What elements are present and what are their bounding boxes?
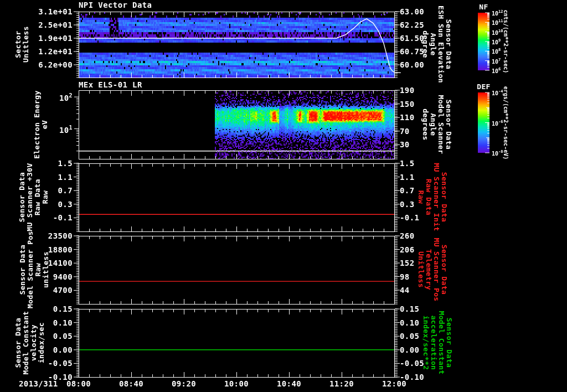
x-tick-label: 09:20	[172, 380, 196, 388]
tick-label: -0.05	[400, 359, 424, 367]
tick-label: 0.00	[53, 346, 73, 354]
tick-label: 1.1	[58, 173, 73, 181]
nf-colorbar-tick: 1010	[492, 28, 503, 35]
model-constant-right-axis-label: Sensor Data Model Constant acceleration …	[422, 311, 453, 374]
tick-label: 18800	[48, 246, 73, 254]
tick-label: 9400	[53, 273, 73, 281]
tick-label: 98	[400, 273, 410, 281]
panel-els-title: MEx ELS-01 LR	[79, 81, 142, 89]
tick-label: 62.25	[400, 21, 424, 29]
tick-label: 70	[400, 127, 410, 135]
model-constant-left-axis-label: Sensor Data Model Constant velocity inde…	[14, 311, 45, 374]
def-colorbar-unit: ergs/(cm**2-sr-sec-eV)	[503, 86, 508, 159]
tick-label: 61.50	[400, 34, 424, 42]
tick-label: 6.2e+00	[38, 61, 73, 69]
nf-colorbar-tick: 1011	[492, 19, 503, 26]
tick-label: 1.5	[58, 159, 73, 167]
tick-label: 206	[400, 246, 415, 254]
tick-label: 0.05	[53, 332, 73, 340]
tick-label: 44	[400, 286, 410, 294]
tick-label: 14100	[48, 259, 73, 267]
tick-label: -0.1	[400, 214, 419, 221]
def-colorbar-tick: 10-6	[492, 119, 503, 126]
mu-scanner-right-axis-label: Sensor Data MU Scanner Init Raw Data Raw	[417, 163, 448, 231]
tick-label: 0.05	[400, 332, 419, 340]
tick-label: 102	[59, 92, 73, 102]
figure: NPI Vector Data MEx ELS-01 LR Sector Uni…	[0, 0, 567, 392]
tick-label: 60.00	[400, 61, 424, 69]
tick-label: 0.7	[400, 187, 415, 194]
nf-colorbar-unit: cnts/(cm**2-sr-sec)	[503, 10, 508, 73]
npi-left-axis-label: Sector Unitless	[14, 26, 30, 63]
tick-label: 2.5e+01	[38, 21, 73, 29]
tick-label: 0.15	[400, 305, 419, 313]
x-tick-label: 10:40	[277, 380, 301, 388]
nf-colorbar-tick: 109	[492, 38, 501, 45]
x-tick-label: 12:00	[382, 380, 406, 388]
tick-label: 3.1e+01	[38, 8, 73, 16]
tick-label: 0.3	[58, 200, 73, 208]
tick-label: 1.5	[400, 159, 415, 167]
tick-label: 110	[400, 114, 415, 121]
tick-label: 0.15	[53, 305, 73, 313]
scanner-pos-left-axis-label: Sensor Data Model Scanner Pos Raw unitle…	[19, 231, 50, 308]
nf-colorbar-tick: 107	[492, 57, 501, 64]
x-tick-label: 08:40	[119, 380, 143, 388]
scanner-pos-right-axis-label: Sensor Data MU Scanner Pos Telemetry Uni…	[417, 238, 448, 301]
npi-right-axis-label: Sensor Data ESH Sun Elevation Angle degr…	[421, 6, 452, 83]
tick-label: 0.00	[400, 346, 419, 354]
tick-label: 260	[400, 232, 415, 240]
tick-label: 30	[400, 141, 410, 148]
tick-label: 4700	[53, 286, 73, 294]
tick-label: 60.75	[400, 48, 424, 55]
tick-label: 152	[400, 259, 415, 267]
def-colorbar-tick: 10-8	[492, 149, 503, 156]
panel-npi-title: NPI Vector Data	[79, 1, 152, 9]
tick-label: 0.10	[400, 319, 419, 327]
tick-label: 150	[400, 100, 415, 108]
def-colorbar-tick: 10-4	[492, 89, 503, 96]
tick-label: 101	[59, 124, 73, 134]
def-colorbar-title: DEF	[476, 83, 491, 91]
tick-label: 0.7	[58, 187, 73, 194]
axes-layer	[0, 0, 567, 392]
els-left-axis-label: Electron Energy eV	[33, 90, 49, 158]
tick-label: 1.1	[400, 173, 415, 181]
tick-label: 190	[400, 86, 415, 94]
nf-colorbar-tick: 1012	[492, 9, 503, 16]
tick-label: -0.1	[53, 214, 73, 221]
tick-label: 1.9e+01	[38, 34, 73, 42]
nf-colorbar-title: NF	[478, 3, 489, 11]
x-tick-label: 08:00	[66, 380, 91, 388]
tick-label: 0.3	[400, 200, 415, 208]
els-right-axis-label: Sensor Data Model Scanner Angle degrees	[421, 95, 452, 154]
tick-label: 63.00	[400, 8, 424, 16]
x-tick-label: 10:00	[224, 380, 249, 388]
tick-label: -0.05	[48, 359, 73, 367]
nf-colorbar-tick: 106	[492, 66, 501, 74]
tick-label: 1.2e+01	[38, 48, 73, 55]
nf-colorbar-tick: 108	[492, 48, 501, 55]
x-tick-label: 11:20	[329, 380, 354, 388]
tick-label: 23500	[48, 232, 73, 240]
mu-scanner-left-axis-label: Sensor Data MU Scanner +30V Raw Data Raw	[18, 163, 49, 231]
tick-label: 0.10	[53, 319, 73, 327]
